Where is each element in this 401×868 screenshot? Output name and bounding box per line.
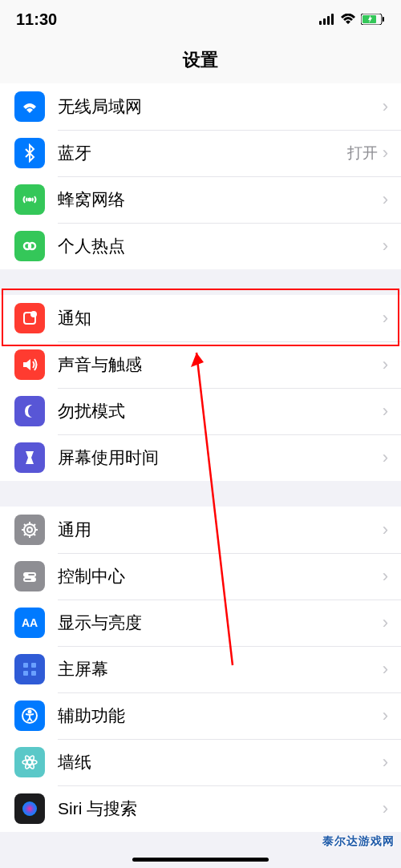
- row-label: 蓝牙: [58, 142, 347, 164]
- svg-point-12: [24, 524, 35, 535]
- page-header: 设置: [0, 38, 401, 83]
- chevron-icon: ›: [383, 308, 401, 329]
- display-icon: AA: [14, 608, 45, 638]
- battery-icon: [361, 14, 385, 25]
- row-label: 主屏幕: [58, 658, 383, 680]
- row-cellular[interactable]: 蜂窝网络 ›: [0, 176, 401, 223]
- row-sound[interactable]: 声音与触感 ›: [0, 341, 401, 388]
- row-label: 通知: [58, 307, 383, 329]
- svg-rect-0: [319, 21, 322, 25]
- watermark: 泰尔达游戏网: [322, 834, 395, 849]
- row-dnd[interactable]: 勿扰模式 ›: [0, 388, 401, 434]
- row-label: 无线局域网: [58, 95, 383, 118]
- settings-group-general: 通用 › 控制中心 › AA 显示与亮度 › 主屏幕 › 辅助功能 › 墙纸 ›: [0, 507, 401, 832]
- siri-icon: [14, 793, 45, 824]
- status-bar: 11:30: [0, 0, 401, 38]
- homescreen-icon: [14, 654, 45, 684]
- signal-icon: [319, 14, 335, 25]
- chevron-icon: ›: [383, 401, 401, 422]
- row-label: 控制中心: [58, 565, 383, 587]
- chevron-icon: ›: [383, 447, 401, 468]
- row-siri[interactable]: Siri 与搜索 ›: [0, 785, 401, 832]
- wallpaper-icon: [14, 747, 45, 777]
- row-label: 屏幕使用时间: [58, 446, 383, 469]
- svg-point-24: [29, 711, 31, 713]
- row-wallpaper[interactable]: 墙纸 ›: [0, 739, 401, 785]
- svg-rect-20: [31, 663, 36, 668]
- row-label: 声音与触感: [58, 353, 383, 376]
- control-icon: [14, 561, 45, 591]
- svg-point-15: [26, 574, 28, 576]
- bluetooth-icon: [14, 138, 45, 168]
- row-control-center[interactable]: 控制中心 ›: [0, 553, 401, 600]
- row-label: 勿扰模式: [58, 400, 383, 422]
- row-display[interactable]: AA 显示与亮度 ›: [0, 600, 401, 646]
- row-bluetooth[interactable]: 蓝牙 打开 ›: [0, 130, 401, 176]
- hotspot-icon: [14, 231, 45, 261]
- row-label: 辅助功能: [58, 704, 383, 727]
- chevron-icon: ›: [383, 659, 401, 680]
- row-label: 显示与亮度: [58, 612, 383, 634]
- row-label: 通用: [58, 519, 383, 541]
- row-general[interactable]: 通用 ›: [0, 507, 401, 553]
- wifi-status-icon: [340, 14, 356, 25]
- screentime-icon: [14, 442, 45, 473]
- row-accessibility[interactable]: 辅助功能 ›: [0, 692, 401, 739]
- status-icons: [319, 14, 385, 25]
- wifi-icon: [14, 91, 45, 122]
- svg-rect-6: [383, 17, 384, 22]
- settings-group-connectivity: 无线局域网 › 蓝牙 打开 › 蜂窝网络 › 个人热点 ›: [0, 83, 401, 269]
- row-screentime[interactable]: 屏幕使用时间 ›: [0, 434, 401, 481]
- svg-point-29: [22, 801, 37, 816]
- dnd-icon: [14, 396, 45, 426]
- chevron-icon: ›: [383, 705, 401, 726]
- chevron-icon: ›: [383, 519, 401, 540]
- svg-rect-19: [23, 663, 28, 668]
- status-time: 11:30: [16, 10, 57, 29]
- chevron-icon: ›: [383, 612, 401, 633]
- row-wifi[interactable]: 无线局域网 ›: [0, 83, 401, 130]
- chevron-icon: ›: [383, 236, 401, 256]
- svg-point-13: [27, 527, 32, 532]
- chevron-icon: ›: [383, 798, 401, 819]
- svg-rect-22: [31, 671, 36, 676]
- chevron-icon: ›: [383, 189, 401, 210]
- row-label: 墙纸: [58, 751, 383, 773]
- row-label: 个人热点: [58, 235, 383, 257]
- chevron-icon: ›: [383, 752, 401, 773]
- svg-rect-1: [323, 18, 326, 25]
- svg-point-11: [30, 311, 37, 317]
- cellular-icon: [14, 184, 45, 215]
- accessibility-icon: [14, 700, 45, 731]
- chevron-icon: ›: [383, 96, 401, 117]
- row-label: 蜂窝网络: [58, 188, 383, 211]
- row-value: 打开: [347, 143, 378, 164]
- row-homescreen[interactable]: 主屏幕 ›: [0, 646, 401, 692]
- home-indicator: [132, 858, 269, 862]
- row-label: Siri 与搜索: [58, 797, 383, 820]
- row-hotspot[interactable]: 个人热点 ›: [0, 223, 401, 269]
- general-icon: [14, 515, 45, 545]
- svg-text:AA: AA: [22, 616, 38, 629]
- svg-point-7: [29, 199, 31, 201]
- settings-group-notifications: 通知 › 声音与触感 › 勿扰模式 › 屏幕使用时间 ›: [0, 295, 401, 481]
- svg-point-17: [32, 579, 34, 581]
- chevron-icon: ›: [383, 354, 401, 375]
- page-title: 设置: [0, 48, 401, 72]
- row-notifications[interactable]: 通知 ›: [0, 295, 401, 341]
- chevron-icon: ›: [383, 143, 401, 164]
- chevron-icon: ›: [383, 566, 401, 587]
- sound-icon: [14, 349, 45, 380]
- svg-point-9: [29, 243, 35, 249]
- svg-point-26: [22, 760, 37, 765]
- svg-rect-2: [327, 16, 330, 25]
- svg-rect-21: [23, 671, 28, 676]
- svg-rect-3: [331, 14, 334, 25]
- notification-icon: [14, 303, 45, 333]
